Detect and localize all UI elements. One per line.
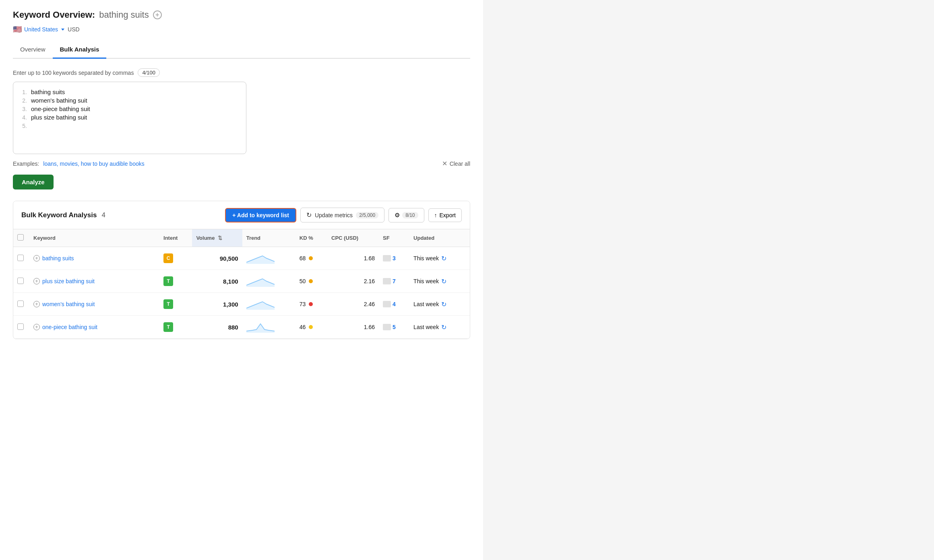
table-row: + plus size bathing suit T 8,100 50 2.16… xyxy=(13,270,470,293)
tab-overview[interactable]: Overview xyxy=(13,42,53,59)
row-checkbox-cell-3[interactable] xyxy=(13,316,29,339)
currency-label: USD xyxy=(68,26,80,33)
bulk-count: 4 xyxy=(101,211,105,219)
add-to-keyword-list-button[interactable]: + Add to keyword list xyxy=(225,208,296,222)
column-header-volume[interactable]: Volume ⇅ xyxy=(192,229,242,247)
examples-links[interactable]: loans, movies, how to buy audible books xyxy=(43,161,144,167)
row-trend-1 xyxy=(242,270,295,293)
chevron-down-icon xyxy=(61,29,64,31)
row-updated-1: This week ↻ xyxy=(409,270,470,293)
keyword-line-4: 4. plus size bathing suit xyxy=(20,113,240,121)
select-all-checkbox[interactable] xyxy=(17,234,24,241)
keywords-input-area[interactable]: 1. bathing suits 2. women's bathing suit… xyxy=(13,82,246,154)
page-title: Keyword Overview: bathing suits + xyxy=(13,10,470,20)
location-selector[interactable]: 🇺🇸 United States xyxy=(13,25,64,34)
select-all-header[interactable] xyxy=(13,229,29,247)
intent-badge-2: T xyxy=(163,299,173,309)
kd-dot-2 xyxy=(309,302,313,306)
line-number-1: 1. xyxy=(20,89,27,95)
sf-number-0: 3 xyxy=(393,255,396,261)
add-keyword-small-icon-1[interactable]: + xyxy=(33,278,40,284)
add-keyword-small-icon-3[interactable]: + xyxy=(33,324,40,330)
keyword-line-1: 1. bathing suits xyxy=(20,88,240,96)
export-icon: ↑ xyxy=(434,212,437,218)
row-cpc-0: 1.68 xyxy=(327,247,379,270)
update-metrics-count: 2/5,000 xyxy=(356,212,378,218)
gear-icon: ⚙ xyxy=(395,212,400,219)
row-sf-2: 4 xyxy=(379,293,409,316)
keyword-link-0[interactable]: + bathing suits xyxy=(33,255,155,261)
row-refresh-icon-2[interactable]: ↻ xyxy=(441,301,446,308)
row-intent-0: C xyxy=(159,247,192,270)
row-kd-0: 68 xyxy=(295,247,327,270)
row-refresh-icon-3[interactable]: ↻ xyxy=(441,323,446,331)
column-header-cpc: CPC (USD) xyxy=(327,229,379,247)
row-volume-2: 1,300 xyxy=(192,293,242,316)
sf-number-2: 4 xyxy=(393,301,396,307)
sf-number-1: 7 xyxy=(393,278,396,284)
row-cpc-1: 2.16 xyxy=(327,270,379,293)
keyword-text-2: women's bathing suit xyxy=(31,97,87,104)
location-row: 🇺🇸 United States USD xyxy=(13,25,470,34)
row-volume-0: 90,500 xyxy=(192,247,242,270)
kd-dot-1 xyxy=(309,279,313,283)
svg-marker-0 xyxy=(246,256,275,264)
bulk-analysis-section: Bulk Keyword Analysis 4 + Add to keyword… xyxy=(13,201,470,339)
row-cpc-3: 1.66 xyxy=(327,316,379,339)
svg-marker-3 xyxy=(246,324,275,333)
sf-icon-0 xyxy=(383,255,391,261)
row-cpc-2: 2.46 xyxy=(327,293,379,316)
row-checkbox-cell-0[interactable] xyxy=(13,247,29,270)
row-sf-1: 7 xyxy=(379,270,409,293)
keyword-line-5: 5. xyxy=(20,121,240,130)
update-metrics-button[interactable]: ↻ Update metrics 2/5,000 xyxy=(300,208,384,222)
examples-row: Examples: loans, movies, how to buy audi… xyxy=(13,160,470,167)
add-keyword-small-icon-0[interactable]: + xyxy=(33,255,40,261)
row-trend-0 xyxy=(242,247,295,270)
line-number-5: 5. xyxy=(20,123,27,129)
kd-dot-0 xyxy=(309,256,313,260)
instructions-text: Enter up to 100 keywords separated by co… xyxy=(13,70,134,76)
line-number-2: 2. xyxy=(20,97,27,104)
keyword-text-4: plus size bathing suit xyxy=(31,114,87,121)
row-updated-0: This week ↻ xyxy=(409,247,470,270)
keyword-link-3[interactable]: + one-piece bathing suit xyxy=(33,324,155,330)
keyword-link-2[interactable]: + women's bathing suit xyxy=(33,301,155,307)
tab-bulk-analysis[interactable]: Bulk Analysis xyxy=(53,42,107,59)
bulk-title: Bulk Keyword Analysis xyxy=(21,211,97,219)
table-row: + bathing suits C 90,500 68 1.68 3 This … xyxy=(13,247,470,270)
sf-icon-2 xyxy=(383,301,391,307)
row-updated-2: Last week ↻ xyxy=(409,293,470,316)
svg-marker-2 xyxy=(246,302,275,310)
refresh-icon: ↻ xyxy=(306,211,312,219)
row-checkbox-cell-2[interactable] xyxy=(13,293,29,316)
export-button[interactable]: ↑ Export xyxy=(428,208,462,222)
row-refresh-icon-1[interactable]: ↻ xyxy=(441,278,446,285)
row-checkbox-0[interactable] xyxy=(17,255,24,261)
analyze-button[interactable]: Analyze xyxy=(13,175,54,189)
keyword-line-3: 3. one-piece bathing suit xyxy=(20,105,240,113)
add-keyword-small-icon-2[interactable]: + xyxy=(33,301,40,307)
row-checkbox-cell-1[interactable] xyxy=(13,270,29,293)
settings-button[interactable]: ⚙ 8/10 xyxy=(388,208,424,222)
title-keyword: bathing suits xyxy=(99,10,149,20)
keyword-link-1[interactable]: + plus size bathing suit xyxy=(33,278,155,284)
location-label: United States xyxy=(24,26,58,33)
row-checkbox-2[interactable] xyxy=(17,301,24,307)
add-keyword-icon[interactable]: + xyxy=(153,10,162,19)
column-header-intent: Intent xyxy=(159,229,192,247)
column-header-updated: Updated xyxy=(409,229,470,247)
svg-marker-1 xyxy=(246,279,275,287)
table-header-row: Keyword Intent Volume ⇅ Trend xyxy=(13,229,470,247)
row-checkbox-1[interactable] xyxy=(17,278,24,284)
keyword-text-3: one-piece bathing suit xyxy=(31,105,90,112)
line-number-4: 4. xyxy=(20,114,27,121)
table-row: + women's bathing suit T 1,300 73 2.46 4… xyxy=(13,293,470,316)
row-checkbox-3[interactable] xyxy=(17,323,24,330)
row-refresh-icon-0[interactable]: ↻ xyxy=(441,255,446,262)
row-sf-3: 5 xyxy=(379,316,409,339)
intent-badge-1: T xyxy=(163,276,173,286)
clear-all-button[interactable]: ✕ Clear all xyxy=(442,160,470,167)
sf-icon-3 xyxy=(383,324,391,330)
row-keyword-2: + women's bathing suit xyxy=(29,293,159,316)
